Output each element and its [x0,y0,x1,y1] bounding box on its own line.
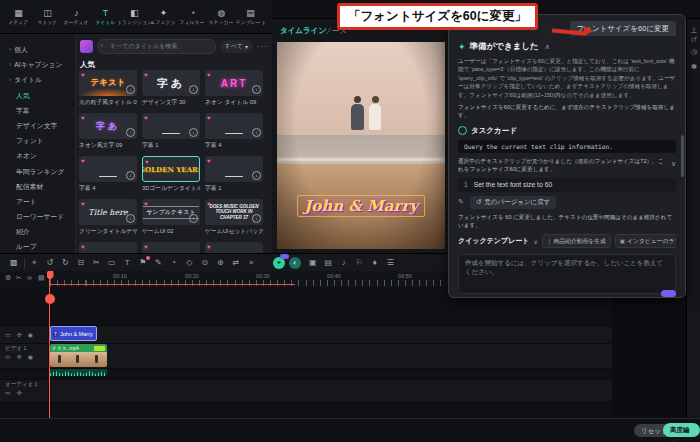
nav-tab-effect[interactable]: ✦エフェクト [149,8,178,26]
brand-avatar[interactable] [80,40,93,53]
delete-icon[interactable]: ⊟ [73,258,89,267]
template-card[interactable]: ♥↓ 字幕 1 [205,156,263,193]
card-thumbnail[interactable]: ♥サンプルテキスト↓ [142,199,200,225]
filter-dropdown[interactable]: すべて ▾ [220,40,253,53]
card-thumbnail[interactable]: ♥↓ [205,156,263,182]
card-thumbnail[interactable]: ♥GOLDEN YEARS [142,156,200,182]
link-icon[interactable]: ∞ [27,274,32,281]
text-tool-icon[interactable]: T [120,258,136,267]
favorite-icon[interactable]: ♥ [207,158,211,164]
card-thumbnail[interactable]: ♥↓ [142,113,200,139]
download-icon[interactable]: ↓ [126,214,135,223]
collapse-chevron-icon[interactable]: ∧ [545,43,550,51]
track-folder-icon[interactable]: ▭ [5,389,11,396]
text-clip[interactable]: T John & Marry [50,326,97,341]
favorite-icon[interactable]: ♥ [145,159,149,165]
download-icon[interactable]: ↓ [252,171,261,180]
template-card[interactable]: ♥字あ↓ ネオン風文字 09 [79,113,137,150]
nav-tab-filter[interactable]: ◔フィルター [178,8,207,26]
template-card-partial[interactable]: ♥ [205,242,263,253]
card-thumbnail[interactable]: ♥字あ↓ [79,113,137,139]
favorite-icon[interactable]: ♥ [81,115,85,121]
action-step[interactable]: 1 Set the text font size to 60 [458,178,676,192]
track-visibility-icon[interactable]: ◉ [28,331,33,338]
favorite-icon[interactable]: ♥ [144,201,148,207]
library-more-button[interactable]: ··· [257,42,268,51]
track-toggle-icon[interactable]: ✣ [17,353,22,360]
crop-icon[interactable]: ▭ [104,258,120,267]
favorite-icon[interactable]: ♥ [144,244,148,250]
template-card[interactable]: ♥サンプルテキスト↓ ゲームUI 02 [142,199,200,236]
download-icon[interactable]: ↓ [252,85,261,94]
download-icon[interactable]: ↓ [189,214,198,223]
favorite-icon[interactable]: ♥ [144,72,148,78]
mic-icon[interactable]: ♦ [367,258,383,267]
sidebar-item-loop[interactable]: ループ [0,239,75,254]
mixer-icon[interactable]: ☰ [383,258,399,267]
template-card-partial[interactable]: ♥ [142,242,200,253]
sidebar-item-subtitle[interactable]: 字幕 [0,103,75,118]
favorite-icon[interactable]: ♥ [207,201,211,207]
expand-chevron-icon[interactable]: ∨ [671,159,676,170]
advanced-edit-button[interactable]: 高度編集 [663,423,700,437]
download-icon[interactable]: ↓ [252,128,261,137]
playhead-marker-dot[interactable] [45,294,55,304]
favorite-icon[interactable]: ♥ [81,72,85,78]
template-card[interactable]: ♥Title here↓ クリーンタイトルデザ... [79,199,137,236]
marker-icon[interactable]: ⚑ [135,258,151,267]
template-card[interactable]: ♥↓ 字幕 4 [205,113,263,150]
keyframe-icon[interactable]: ◇ [182,258,198,267]
track-visibility-icon[interactable]: ◉ [28,353,33,360]
template-card-partial[interactable]: ♥ [79,242,137,253]
download-icon[interactable]: ↓ [189,128,198,137]
download-icon[interactable]: ↓ [126,128,135,137]
favorite-icon[interactable]: ♥ [207,72,211,78]
snapshot-icon[interactable]: ▣ [305,258,321,267]
favorite-icon[interactable]: ♥ [144,115,148,121]
toolbox-icon[interactable]: ▩ [6,258,22,267]
sidebar-item-lower-third[interactable]: ローワーサード [0,209,75,224]
sidebar-item-font[interactable]: フォント [0,133,75,148]
sidebar-item-intro[interactable]: 紹介 [0,224,75,239]
template-card[interactable]: ♥↓ 字幕 1 [142,113,200,150]
quick-chip-interview[interactable]: ▣インタビューのラフカット [615,234,676,248]
rail-finish-tab[interactable]: 上げ [688,26,700,44]
pointer-icon[interactable]: ⌖ [27,258,43,268]
snap-icon[interactable]: ⇄ [228,258,244,267]
sidebar-item-design-text[interactable]: デザイン文字 [0,118,75,133]
assistant-header[interactable]: ✦ 準備ができました ∧ [458,41,676,53]
tab-timeline[interactable]: タイムライン [280,26,326,36]
mask-icon[interactable]: ◐ [289,257,301,269]
ai-assistant-icon[interactable]: ✦ [273,257,285,269]
audio-waveform-clip[interactable] [50,369,107,376]
card-thumbnail[interactable]: ♥テキスト↓ [79,70,137,96]
sidebar-item-ranking[interactable]: 年間ランキング [0,164,75,179]
audio-track-lane[interactable] [0,379,612,403]
track-folder-icon[interactable]: ▭ [5,353,11,360]
template-card[interactable]: ♥DOES MUSIC GOLDEN TOUCH WORK IN CHAPTER… [205,199,263,236]
more-tools-icon[interactable]: » [244,258,260,267]
card-thumbnail[interactable]: ♥↓ [205,113,263,139]
favorite-icon[interactable]: ♥ [207,115,211,121]
favorite-icon[interactable]: ♥ [81,158,85,164]
undo-icon[interactable]: ↺ [42,258,58,267]
panel-scrollbar[interactable] [681,135,684,177]
download-icon[interactable]: ↓ [252,214,261,223]
favorite-icon[interactable]: ♥ [81,201,85,207]
track-list-icon[interactable]: ▤ [38,274,45,282]
title-text-overlay[interactable]: John & Marry [297,195,425,217]
quick-chip-product[interactable]: ❘商品紹介動画を生成 [542,234,611,248]
quick-template-label[interactable]: クイックテンプレート [458,236,529,246]
video-clip[interactable]: テキス..mp4 [50,344,107,367]
sidebar-group-ai-caption[interactable]: AIキャプション [0,57,75,72]
nav-tab-sticker[interactable]: ◍ステッカー [207,8,236,26]
chroma-icon[interactable]: ⊙ [197,258,213,267]
sidebar-item-neon[interactable]: ネオン [0,148,75,163]
favorite-icon[interactable]: ♥ [81,244,85,250]
video-viewport[interactable]: John & Marry [277,42,445,249]
razor-icon[interactable]: ✂ [16,274,22,282]
card-thumbnail[interactable]: ♥ART↓ [205,70,263,96]
sidebar-group-personal[interactable]: 個人 [0,42,75,57]
nav-tab-template[interactable]: ▤テンプレート [236,8,265,26]
sidebar-item-art[interactable]: アート [0,194,75,209]
